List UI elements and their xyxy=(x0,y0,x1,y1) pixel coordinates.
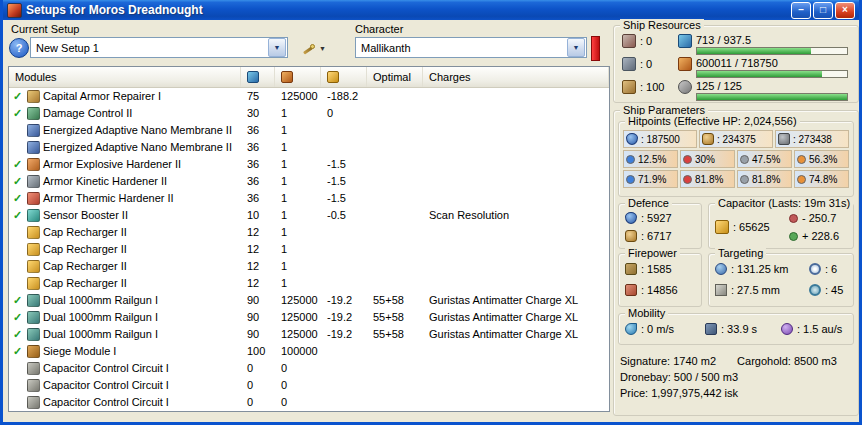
module-type-icon xyxy=(27,260,40,273)
module-charges-value xyxy=(423,258,609,275)
titlebar[interactable]: Setups for Moros Dreadnought – □ × xyxy=(3,0,859,20)
module-optimal-value xyxy=(367,105,423,122)
resource-row-calibration-drone: : 100 125 / 125 xyxy=(622,80,848,101)
charges-column-header[interactable]: Charges xyxy=(423,67,609,87)
table-row[interactable]: ✓ Armor Explosive Hardener II 36 1 -1.5 xyxy=(9,156,609,173)
maximize-button[interactable]: □ xyxy=(813,2,833,19)
module-cpu-value: 36 xyxy=(241,122,275,139)
module-type-icon xyxy=(27,362,40,375)
module-active-check-icon: ✓ xyxy=(11,105,24,122)
mobility-panel: Mobility : 0 m/s : 33.9 s : 1.5 au/s xyxy=(618,313,854,345)
chevron-down-icon[interactable] xyxy=(567,38,585,57)
module-optimal-value: 55+58 xyxy=(367,292,423,309)
capacitor-column-header[interactable] xyxy=(321,67,367,87)
align-time-icon xyxy=(705,323,717,335)
cargohold-value: Cargohold: 8500 m3 xyxy=(737,355,837,367)
drone-bandwidth-value: 125 / 125 xyxy=(696,80,848,92)
module-powergrid-value: 125000 xyxy=(275,292,321,309)
table-row[interactable]: ✓ Dual 1000mm Railgun I 90 125000 -19.2 … xyxy=(9,309,609,326)
module-charges-value: Guristas Antimatter Charge XL xyxy=(423,309,609,326)
module-optimal-value xyxy=(367,224,423,241)
modules-table-header[interactable]: Modules Optimal Charges xyxy=(9,67,609,88)
shield-resist-thermal: 30% xyxy=(680,150,735,168)
table-row[interactable]: Energized Adaptive Nano Membrane II 36 1 xyxy=(9,122,609,139)
table-row[interactable]: Capacitor Control Circuit I 0 0 xyxy=(9,360,609,377)
table-row[interactable]: Energized Adaptive Nano Membrane II 36 1 xyxy=(9,139,609,156)
table-row[interactable]: Capacitor Control Circuit I 0 0 xyxy=(9,377,609,394)
minimize-button[interactable]: – xyxy=(791,2,811,19)
capacitor-panel: Capacitor (Lasts: 19m 31s) : 65625 - 250… xyxy=(708,203,854,249)
price-line: Price: 1,997,975,442 isk xyxy=(620,387,738,399)
module-name: Capacitor Control Circuit I xyxy=(43,377,169,394)
table-row[interactable]: Cap Recharger II 12 1 xyxy=(9,258,609,275)
module-name: Capital Armor Repairer I xyxy=(43,88,161,105)
speed-row: : 0 m/s xyxy=(625,323,674,335)
setup-tools-button[interactable]: ▼ xyxy=(295,37,333,60)
module-name: Energized Adaptive Nano Membrane II xyxy=(43,122,232,139)
module-cpu-value: 90 xyxy=(241,326,275,343)
turret-hardpoints-value: : 0 xyxy=(640,35,652,47)
shield-resist-kinetic: 47.5% xyxy=(737,150,792,168)
scan-resolution-row: : 27.5 mm xyxy=(715,284,780,296)
defence-value-2: : 6717 xyxy=(641,230,672,242)
optimal-column-header[interactable]: Optimal xyxy=(367,67,423,87)
table-row[interactable]: ✓ Dual 1000mm Railgun I 90 125000 -19.2 … xyxy=(9,326,609,343)
table-row[interactable]: Capacitor Control Circuit I 0 0 xyxy=(9,394,609,411)
module-optimal-value xyxy=(367,343,423,360)
module-powergrid-value: 0 xyxy=(275,394,321,411)
module-name: Capacitor Control Circuit I xyxy=(43,394,169,411)
module-cap-value xyxy=(321,377,367,394)
launcher-hardpoints-value: : 0 xyxy=(640,58,652,70)
cpu-icon xyxy=(678,34,692,48)
module-cpu-value: 30 xyxy=(241,105,275,122)
module-type-icon xyxy=(27,345,40,358)
module-name: Dual 1000mm Railgun I xyxy=(43,309,158,326)
module-type-icon xyxy=(27,175,40,188)
module-cap-value: -1.5 xyxy=(321,156,367,173)
module-type-icon xyxy=(27,277,40,290)
table-row[interactable]: ✓ Armor Kinetic Hardener II 36 1 -1.5 xyxy=(9,173,609,190)
close-button[interactable]: × xyxy=(835,2,855,19)
shield-icon xyxy=(626,133,638,145)
dronebay-line: Dronebay: 500 / 500 m3 xyxy=(620,371,738,383)
modules-column-header[interactable]: Modules xyxy=(9,67,241,87)
signature-value: Signature: 1740 m2 xyxy=(620,355,716,367)
shield-resist-em: 12.5% xyxy=(623,150,678,168)
cpu-column-header[interactable] xyxy=(241,67,275,87)
module-name: Cap Recharger II xyxy=(43,241,127,258)
module-charges-value: Scan Resolution xyxy=(423,207,609,224)
speed-icon xyxy=(625,323,637,335)
chevron-down-icon[interactable] xyxy=(268,38,286,57)
setup-dropdown[interactable]: New Setup 1 xyxy=(30,37,288,58)
module-powergrid-value: 1 xyxy=(275,258,321,275)
module-active-check-icon: ✓ xyxy=(11,156,24,173)
table-row[interactable]: ✓ Dual 1000mm Railgun I 90 125000 -19.2 … xyxy=(9,292,609,309)
help-icon[interactable]: ? xyxy=(9,38,29,58)
table-row[interactable]: Cap Recharger II 12 1 xyxy=(9,241,609,258)
table-row[interactable]: Cap Recharger II 12 1 xyxy=(9,224,609,241)
module-cap-value xyxy=(321,394,367,411)
module-name: Cap Recharger II xyxy=(43,258,127,275)
powergrid-column-header[interactable] xyxy=(275,67,321,87)
table-row[interactable]: ✓ Siege Module I 100 100000 xyxy=(9,343,609,360)
capacitor-icon xyxy=(715,220,729,234)
module-name: Dual 1000mm Railgun I xyxy=(43,326,158,343)
module-cap-value xyxy=(321,139,367,156)
character-dropdown[interactable]: Mallikanth xyxy=(355,37,587,58)
table-row[interactable]: ✓ Sensor Booster II 10 1 -0.5 Scan Resol… xyxy=(9,207,609,224)
hitpoints-title: Hitpoints (Effective HP: 2,024,556) xyxy=(625,115,800,128)
table-row[interactable]: ✓ Armor Thermic Hardener II 36 1 -1.5 xyxy=(9,190,609,207)
wand-icon xyxy=(302,42,316,56)
table-row[interactable]: ✓ Damage Control II 30 1 0 xyxy=(9,105,609,122)
table-row[interactable]: ✓ Capital Armor Repairer I 75 125000 -18… xyxy=(9,88,609,105)
module-name: Damage Control II xyxy=(43,105,132,122)
table-row[interactable]: Cap Recharger II 12 1 xyxy=(9,275,609,292)
capacitor-icon xyxy=(327,71,339,83)
structure-hp-cell: : 273438 xyxy=(775,130,849,148)
cap-drain-icon xyxy=(789,214,798,223)
current-setup-label: Current Setup xyxy=(11,23,79,35)
module-type-icon xyxy=(27,311,40,324)
module-powergrid-value: 125000 xyxy=(275,309,321,326)
dps-value: : 1585 xyxy=(641,263,672,275)
module-cap-value xyxy=(321,122,367,139)
